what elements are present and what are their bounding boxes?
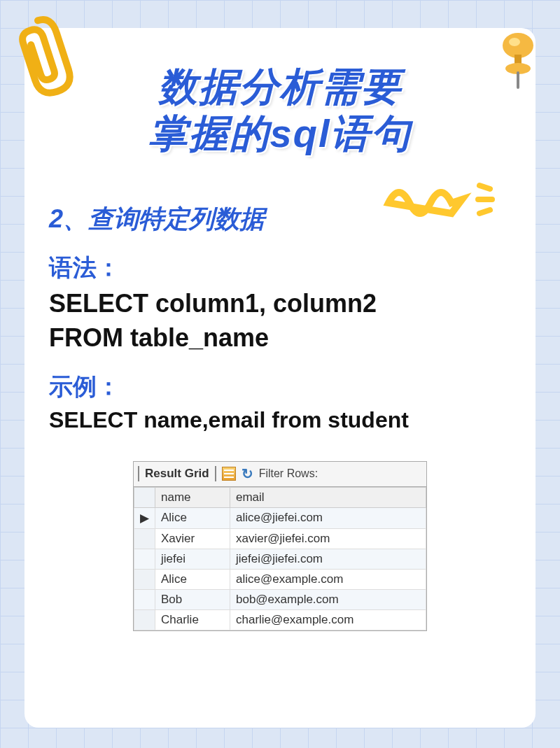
- row-indicator: [134, 528, 155, 549]
- table-row[interactable]: Bobbob@example.com: [134, 589, 426, 609]
- row-indicator: ▶: [134, 507, 155, 528]
- paperclip-icon: [10, 10, 74, 101]
- row-indicator: [134, 609, 155, 630]
- row-indicator: [134, 549, 155, 569]
- grid-toolbar: Result Grid ↻ Filter Rows:: [134, 462, 426, 487]
- grid-options-icon[interactable]: [222, 467, 236, 481]
- svg-point-0: [503, 33, 533, 58]
- result-table: name email ▶Alicealice@jiefei.comXavierx…: [134, 487, 426, 630]
- cell-email[interactable]: alice@jiefei.com: [230, 507, 426, 528]
- squiggle-decoration: [382, 175, 507, 224]
- row-indicator: [134, 589, 155, 609]
- grid-title: Result Grid: [145, 467, 209, 481]
- col-name[interactable]: name: [155, 487, 230, 507]
- toolbar-separator: [215, 466, 216, 481]
- result-grid: Result Grid ↻ Filter Rows: name email ▶A…: [133, 461, 427, 631]
- example-code: SELECT name,email from student: [49, 407, 511, 433]
- section-heading: 2、查询特定列数据: [49, 202, 265, 237]
- table-row[interactable]: ▶Alicealice@jiefei.com: [134, 507, 426, 528]
- syntax-line2: FROM table_name: [49, 321, 511, 355]
- table-row[interactable]: Alicealice@example.com: [134, 569, 426, 589]
- syntax-label: 语法：: [49, 252, 511, 284]
- content-card: 数据分析需要 掌握的sql语句 2、查询特定列数据 语法： SELECT col…: [24, 28, 536, 728]
- cell-name[interactable]: Alice: [155, 507, 230, 528]
- cell-email[interactable]: bob@example.com: [230, 589, 426, 609]
- row-header-blank: [134, 487, 155, 507]
- page-title: 数据分析需要 掌握的sql语句: [49, 63, 511, 157]
- cell-email[interactable]: xavier@jiefei.com: [230, 528, 426, 549]
- toolbar-separator: [138, 466, 139, 481]
- cell-name[interactable]: Alice: [155, 569, 230, 589]
- syntax-line1: SELECT column1, column2: [49, 287, 511, 321]
- title-line2: 掌握的sql语句: [49, 110, 511, 157]
- row-indicator: [134, 569, 155, 589]
- cell-email[interactable]: charlie@example.com: [230, 609, 426, 630]
- svg-point-1: [509, 38, 520, 46]
- table-row[interactable]: Charliecharlie@example.com: [134, 609, 426, 630]
- col-email[interactable]: email: [230, 487, 426, 507]
- cell-email[interactable]: alice@example.com: [230, 569, 426, 589]
- cell-name[interactable]: Bob: [155, 589, 230, 609]
- cell-name[interactable]: Xavier: [155, 528, 230, 549]
- syntax-code: SELECT column1, column2 FROM table_name: [49, 287, 511, 355]
- cell-name[interactable]: Charlie: [155, 609, 230, 630]
- pushpin-icon: [493, 28, 542, 91]
- refresh-icon[interactable]: ↻: [241, 465, 253, 482]
- cell-email[interactable]: jiefei@jiefei.com: [230, 549, 426, 569]
- title-line1: 数据分析需要: [49, 63, 511, 110]
- cell-name[interactable]: jiefei: [155, 549, 230, 569]
- table-row[interactable]: Xavierxavier@jiefei.com: [134, 528, 426, 549]
- example-label: 示例：: [49, 371, 511, 403]
- filter-rows-label: Filter Rows:: [259, 467, 318, 480]
- table-row[interactable]: jiefeijiefei@jiefei.com: [134, 549, 426, 569]
